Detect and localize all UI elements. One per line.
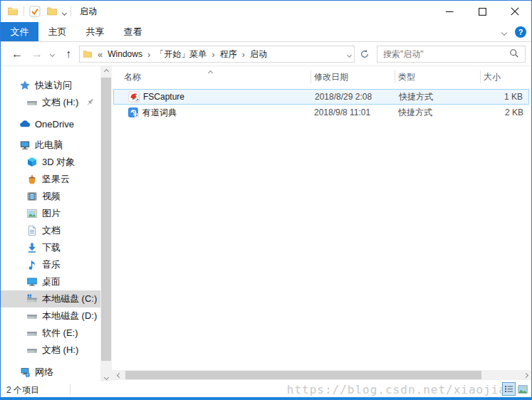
tab-share-label: 共享 <box>86 26 105 38</box>
properties-check-icon[interactable] <box>28 5 41 18</box>
app-folder-icon <box>6 5 19 18</box>
tab-home[interactable]: 主页 <box>38 22 76 41</box>
help-label: ? <box>518 28 523 36</box>
new-folder-icon[interactable] <box>46 5 58 18</box>
column-header-name[interactable]: 名称 <box>124 68 141 86</box>
breadcrumb-segment-programs[interactable]: 程序 <box>220 48 237 60</box>
column-separator[interactable] <box>395 70 395 83</box>
sidebar-item-label: 软件 (E:) <box>42 327 78 340</box>
scroll-left-icon[interactable] <box>113 370 125 380</box>
column-header-size[interactable]: 大小 <box>484 68 501 86</box>
breadcrumb-segment-startup[interactable]: 启动 <box>250 48 267 60</box>
sidebar-item-network[interactable]: 网络 <box>1 364 100 381</box>
close-button[interactable] <box>499 1 531 22</box>
thumbnail-view-icon <box>518 384 528 394</box>
star-icon <box>19 80 31 91</box>
sidebar-item-label: 音乐 <box>42 258 61 271</box>
ribbon-right-controls: ? <box>502 22 531 42</box>
column-separator[interactable] <box>480 70 481 83</box>
maximize-button[interactable] <box>466 1 499 22</box>
details-view-button[interactable] <box>502 382 516 396</box>
file-row-fscapture[interactable]: FSCapture 2018/8/29 2:08 快捷方式 1 KB <box>113 89 529 105</box>
fscapture-shortcut-icon <box>128 91 140 102</box>
tab-file[interactable]: 文件 <box>1 22 38 41</box>
file-date: 2018/8/29 2:08 <box>315 92 372 102</box>
sidebar-item-local-disk-c[interactable]: 本地磁盘 (C:) <box>1 290 100 307</box>
sidebar-item-quick-access[interactable]: 快速访问 <box>1 77 100 94</box>
sort-ascending-chevron-icon <box>209 67 212 77</box>
search-input[interactable]: 搜索"启动" <box>377 46 526 63</box>
sidebar-item-pictures[interactable]: 图片 <box>1 205 100 222</box>
expand-ribbon-chevron-icon[interactable] <box>502 27 506 37</box>
sidebar-item-label: 下载 <box>42 241 61 254</box>
sidebar-item-desktop[interactable]: 桌面 <box>1 273 100 290</box>
acorn-icon <box>26 174 38 185</box>
sidebar-item-software-e[interactable]: 软件 (E:) <box>1 325 100 342</box>
scrollbar-thumb[interactable] <box>101 78 111 361</box>
download-icon <box>26 242 38 253</box>
sidebar-item-label: 文档 <box>42 224 61 237</box>
status-bar: 2 个项目 https://blog.csdn.net/xiaojia802 <box>1 381 531 399</box>
recent-locations-chevron-icon[interactable] <box>47 42 57 66</box>
drive-icon <box>26 97 38 108</box>
sidebar-item-music[interactable]: 音乐 <box>1 256 100 273</box>
column-header-date[interactable]: 修改日期 <box>314 68 348 86</box>
details-view-icon <box>504 384 513 394</box>
pin-icon <box>85 98 95 109</box>
back-button[interactable]: ← <box>9 42 25 66</box>
breadcrumb-segment-start-menu[interactable]: 「开始」菜单 <box>155 48 207 60</box>
sidebar-item-nutstore[interactable]: 坚果云 <box>1 171 100 188</box>
scrollbar-thumb[interactable] <box>125 371 481 379</box>
sidebar-item-local-disk-d[interactable]: 本地磁盘 (D:) <box>1 307 100 325</box>
refresh-icon[interactable] <box>357 46 372 63</box>
tab-view[interactable]: 查看 <box>114 22 152 41</box>
sidebar-scrollbar[interactable] <box>100 66 112 383</box>
sidebar-item-3d-objects[interactable]: 3D 对象 <box>1 154 100 171</box>
up-button[interactable]: ↑ <box>61 42 76 66</box>
desktop-icon <box>26 276 38 288</box>
sidebar-item-label: 坚果云 <box>42 173 70 186</box>
quick-access-toolbar: 启动 <box>1 5 97 18</box>
column-header-type[interactable]: 类型 <box>398 68 415 86</box>
explorer-window: 启动 文件 主页 共享 查看 ? ← → ↑ <box>0 0 532 400</box>
column-separator[interactable] <box>311 70 311 83</box>
tab-share[interactable]: 共享 <box>76 22 114 41</box>
forward-button[interactable]: → <box>29 42 45 66</box>
sidebar-item-documents[interactable]: 文档 <box>1 222 100 239</box>
help-icon[interactable]: ? <box>515 26 526 38</box>
qat-dropdown-chevron-icon[interactable] <box>63 6 66 17</box>
window-title: 启动 <box>80 6 97 18</box>
cube-icon <box>26 157 38 168</box>
qat-separator <box>71 6 71 16</box>
breadcrumb-segment-windows[interactable]: Windows <box>108 49 142 59</box>
sidebar-item-downloads[interactable]: 下载 <box>1 239 100 256</box>
navigation-pane: 快速访问 文档 (H:) OneDrive 此电脑 3D 对象 <box>1 66 100 383</box>
address-dropdown-chevron-icon[interactable] <box>348 49 351 59</box>
network-icon <box>19 367 31 378</box>
content-area: 快速访问 文档 (H:) OneDrive 此电脑 3D 对象 <box>1 66 531 383</box>
breadcrumb-separator-icon: › <box>146 49 152 60</box>
file-type: 快捷方式 <box>398 107 432 119</box>
sidebar-item-documents-h-pinned[interactable]: 文档 (H:) <box>1 94 100 111</box>
scroll-up-icon[interactable] <box>100 66 112 77</box>
thumbnail-view-button[interactable] <box>516 382 529 396</box>
minimize-button[interactable] <box>433 1 466 22</box>
view-toggle-buttons <box>502 382 529 396</box>
address-bar[interactable]: « Windows › 「开始」菜单 › 程序 › 启动 <box>79 46 355 63</box>
horizontal-scrollbar[interactable] <box>112 370 531 380</box>
sidebar-item-onedrive[interactable]: OneDrive <box>1 115 100 132</box>
file-row-youdao[interactable]: 有道词典 2018/9/8 11:01 快捷方式 2 KB <box>113 105 529 120</box>
breadcrumb-overflow[interactable]: « <box>96 49 104 60</box>
file-size: 1 KB <box>480 92 523 102</box>
cloud-icon <box>19 118 31 130</box>
breadcrumb-separator-icon: › <box>241 49 246 60</box>
sidebar-item-label: 图片 <box>42 207 61 220</box>
tab-view-label: 查看 <box>124 26 142 38</box>
scroll-right-icon[interactable] <box>520 370 531 380</box>
sidebar-item-this-pc[interactable]: 此电脑 <box>1 137 100 154</box>
search-icon[interactable] <box>509 48 519 60</box>
sidebar-item-label: 此电脑 <box>35 139 63 152</box>
file-date: 2018/9/8 11:01 <box>314 107 370 117</box>
sidebar-item-documents-h[interactable]: 文档 (H:) <box>1 342 100 359</box>
sidebar-item-videos[interactable]: 视频 <box>1 188 100 205</box>
